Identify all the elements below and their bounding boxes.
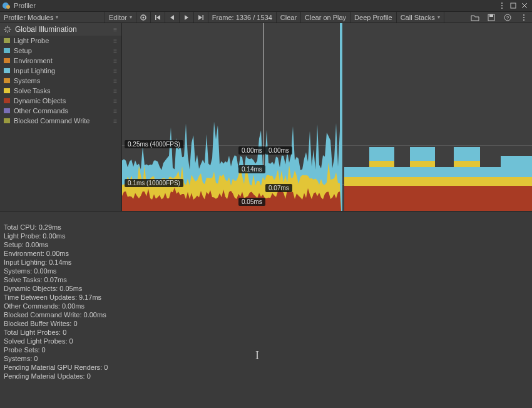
legend-item[interactable]: Systems≡ [0,76,121,86]
window-title: Profiler [14,2,36,9]
legend-item[interactable]: Environment≡ [0,56,121,66]
drag-handle-icon[interactable]: ≡ [113,98,118,105]
legend-label: Systems [14,77,40,84]
svg-marker-12 [198,15,202,20]
context-menu-button[interactable] [516,12,532,23]
detail-row: Light Probe: 0.00ms [4,232,528,240]
maximize-icon[interactable] [508,1,518,11]
value-label-2: 0.00ms [265,146,292,155]
clear-label: Clear [280,14,297,21]
svg-line-29 [5,31,6,32]
close-icon[interactable] [519,1,529,11]
svg-rect-40 [344,167,532,177]
svg-text:?: ? [506,15,509,21]
kebab-icon[interactable] [497,1,507,11]
gear-icon [4,26,11,33]
legend-swatch [4,98,10,103]
legend-swatch [4,68,10,73]
svg-rect-41 [369,147,394,161]
legend-swatch [4,38,10,43]
svg-rect-30 [344,185,532,211]
frame-counter[interactable]: Frame: 1336 / 1534 [208,12,277,23]
drag-handle-icon[interactable]: ≡ [113,38,118,44]
legend-label: Setup [14,47,32,54]
detail-row: Dynamic Objects: 0.05ms [4,284,528,293]
legend-item[interactable]: Other Commands≡ [0,106,121,116]
svg-line-27 [9,31,10,32]
svg-marker-11 [185,15,188,20]
drag-handle-icon[interactable]: ≡ [113,48,118,54]
svg-point-0 [501,3,503,4]
save-button[interactable] [483,12,499,23]
legend-item[interactable]: Solve Tasks≡ [0,86,121,96]
legend-swatch [4,88,10,93]
module-header-label: Global Illumination [15,25,77,34]
legend-label: Blocked Command Write [14,117,90,125]
attach-target-dropdown[interactable]: Editor [105,12,136,23]
clear-button[interactable]: Clear [277,12,301,23]
svg-line-26 [5,27,6,28]
svg-line-28 [9,27,10,28]
detail-row: Systems: 0 [4,354,528,363]
svg-point-21 [6,28,9,31]
drag-handle-icon[interactable]: ≡ [113,78,118,84]
svg-rect-43 [454,147,480,161]
open-button[interactable] [467,12,483,23]
clear-on-play-label: Clear on Play [305,14,346,21]
frame-prev-button[interactable] [165,12,180,23]
legend-swatch [4,78,10,83]
record-button[interactable] [136,12,151,23]
svg-point-18 [523,14,524,16]
profiler-modules-label: Profiler Modules [4,14,53,21]
detail-row: Solved Light Probes: 0 [4,337,528,345]
help-button[interactable]: ? [499,12,516,23]
legend-item[interactable]: Setup≡ [0,46,121,56]
frame-counter-label: Frame: 1336 / 1534 [212,14,272,21]
drag-handle-icon[interactable]: ≡ [113,88,118,94]
value-label-4: 0.07ms [265,184,292,192]
profiler-modules-dropdown[interactable]: Profiler Modules [0,12,105,23]
chart-row: Global Illumination ≡ Light Probe≡Setup≡… [0,23,532,211]
detail-row: Blocked Buffer Writes: 0 [4,319,528,328]
clear-on-play-button[interactable]: Clear on Play [301,12,350,23]
drag-handle-icon[interactable]: ≡ [113,58,118,64]
detail-row: Input Lighting: 0.14ms [4,258,528,267]
titlebar: Profiler [0,0,532,11]
legend-item[interactable]: Blocked Command Write≡ [0,116,121,126]
drag-handle-icon[interactable]: ≡ [113,68,118,74]
drag-handle-icon[interactable]: ≡ [113,108,118,115]
detail-row: Environment: 0.00ms [4,249,528,258]
detail-row: Solve Tasks: 0.07ms [4,275,528,284]
legend-item[interactable]: Light Probe≡ [0,36,121,46]
legend-item[interactable]: Dynamic Objects≡ [0,96,121,106]
drag-handle-icon[interactable]: ≡ [113,118,118,125]
svg-rect-42 [410,147,435,161]
value-label-5: 0.05ms [238,198,265,206]
detail-row: Other Commands: 0.00ms [4,302,528,310]
call-stacks-label: Call Stacks [401,14,435,21]
grid-label-0-1ms: 0.1ms (10000FPS) [125,179,183,187]
svg-point-7 [142,16,144,18]
deep-profile-button[interactable]: Deep Profile [350,12,397,23]
detail-row: Total CPU: 0.29ms [4,223,528,232]
toolbar: Profiler Modules Editor Frame: 1336 / 15… [0,11,532,23]
detail-row: Setup: 0.00ms [4,240,528,249]
svg-rect-13 [202,15,203,20]
frame-last-button[interactable] [194,12,208,23]
svg-point-1 [501,5,503,6]
frame-first-button[interactable] [151,12,165,23]
detail-row: Pending Material Updates: 0 [4,372,528,380]
detail-row: Systems: 0.00ms [4,267,528,275]
svg-point-2 [501,8,503,9]
drag-handle-icon[interactable]: ≡ [113,26,118,33]
profiler-chart[interactable]: 0.25ms (4000FPS) 0.1ms (10000FPS) 0.00ms… [122,23,532,211]
svg-point-20 [523,19,524,21]
module-header[interactable]: Global Illumination ≡ [0,23,121,36]
value-label-1: 0.00ms [238,146,265,155]
legend-label: Environment [14,57,53,64]
legend-item[interactable]: Input Lighting≡ [0,66,121,76]
frame-next-button[interactable] [180,12,194,23]
module-sidebar: Global Illumination ≡ Light Probe≡Setup≡… [0,23,122,211]
call-stacks-dropdown[interactable]: Call Stacks [397,12,444,23]
legend-label: Dynamic Objects [14,97,66,105]
